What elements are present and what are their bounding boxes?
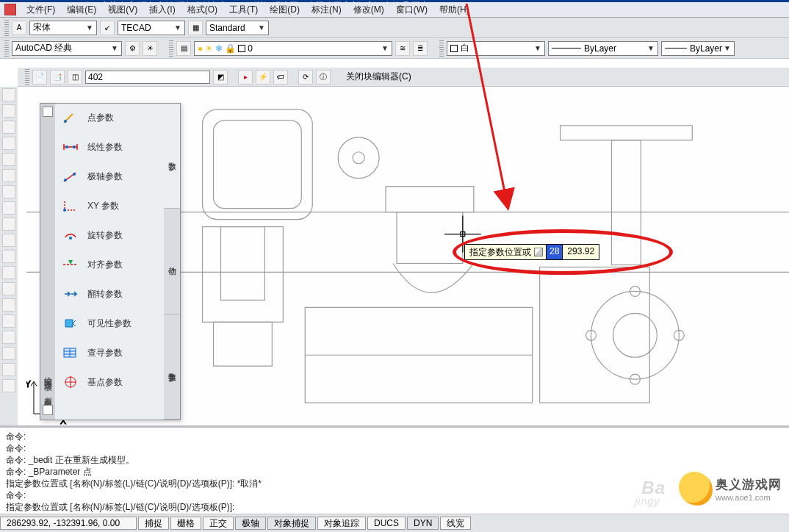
item-label: 查寻参数 (87, 347, 123, 359)
mtext-icon[interactable] (2, 379, 15, 392)
flip-param-icon (62, 287, 79, 301)
grid-toggle[interactable]: 栅格 (170, 517, 201, 530)
layer-combo[interactable]: ●☀❄🔒 0▼ (194, 41, 392, 56)
pline-icon[interactable] (2, 121, 15, 134)
flag-icon[interactable]: ▸ (238, 70, 253, 85)
tablestyle-combo[interactable]: Standard▼ (206, 21, 269, 35)
param-lookup[interactable]: 查寻参数 (58, 346, 161, 359)
tooltip-selected[interactable]: 28 (547, 244, 563, 260)
param-flip[interactable]: 翻转参数 (58, 287, 161, 301)
line-icon[interactable] (2, 88, 15, 101)
save-block-icon[interactable]: 📄 (32, 70, 47, 85)
palette-rail[interactable]: 块编写选项板 - 所有选项板 (40, 104, 55, 420)
close-block-editor[interactable]: 关闭块编辑器(C) (341, 68, 417, 86)
lightning-icon[interactable]: ⚡ (256, 70, 270, 85)
command-window[interactable]: 命令: 命令: 命令: _bedit 正在重新生成模型。 命令: _BParam… (0, 425, 789, 514)
xline-icon[interactable] (2, 104, 15, 118)
tab-params[interactable]: 参数 (164, 104, 180, 209)
menu-insert[interactable]: 插入(I) (143, 2, 181, 18)
param-polar[interactable]: 极轴参数 (58, 170, 161, 183)
insert-icon[interactable] (2, 266, 15, 279)
menu-help[interactable]: 帮助(H) (433, 2, 475, 18)
region-icon[interactable] (2, 347, 15, 360)
param-align[interactable]: 对齐参数 (58, 258, 161, 271)
lineweight-combo[interactable]: ByLayer▼ (661, 41, 735, 56)
linetype-combo[interactable]: ByLayer▼ (548, 41, 658, 56)
tooltip-rest[interactable]: 293.92 (563, 244, 599, 260)
dyn-toggle[interactable]: DYN (407, 517, 439, 530)
dim-style-icon[interactable]: ↙ (100, 21, 115, 35)
item-label: 旋转参数 (87, 229, 123, 242)
menu-file[interactable]: 文件(F) (21, 2, 61, 18)
param-xy[interactable]: XY 参数 (58, 199, 161, 212)
layer-mgr-icon[interactable]: ▤ (176, 41, 191, 56)
param-basepoint[interactable]: 基点参数 (58, 375, 161, 389)
dimstyle-label: TECAD (121, 23, 151, 33)
ws-settings-icon[interactable]: ⚙ (125, 41, 140, 56)
text-style-icon[interactable]: A (12, 21, 26, 35)
grip-icon[interactable] (439, 40, 444, 57)
update-icon[interactable]: ⟳ (298, 70, 313, 85)
makeblock-icon[interactable] (2, 282, 15, 295)
ellipse-icon[interactable] (2, 234, 15, 247)
layer-state-icon[interactable]: ≣ (413, 41, 428, 56)
coords-cell[interactable]: 286293.92, -132391.96, 0.00 (0, 517, 137, 530)
osnap-toggle[interactable]: 对象捕捉 (267, 517, 316, 530)
otrack-toggle[interactable]: 对象追踪 (317, 517, 366, 530)
menu-tools[interactable]: 工具(T) (223, 2, 264, 18)
circle-icon[interactable] (2, 185, 15, 198)
block-icon[interactable]: ◫ (68, 70, 82, 85)
tab-paramsets[interactable]: 参数集 (164, 314, 180, 420)
status-bar: 286293.92, -132391.96, 0.00 捕捉 栅格 正交 极轴 … (0, 514, 789, 532)
param-icon[interactable]: ◩ (213, 70, 228, 85)
color-combo[interactable]: 白▼ (447, 41, 545, 56)
grip-icon[interactable] (4, 20, 9, 36)
polygon-icon[interactable] (2, 137, 15, 150)
palette-props-icon[interactable] (43, 405, 53, 415)
param-point[interactable]: 点参数 (58, 111, 161, 124)
hatch-icon[interactable] (2, 314, 15, 328)
tab-actions[interactable]: 动作 (164, 209, 180, 314)
menu-modify[interactable]: 修改(M) (347, 2, 390, 18)
param-linear[interactable]: 线性参数 (58, 140, 161, 154)
saveas-block-icon[interactable]: 📑 (50, 70, 65, 85)
palette-close-icon[interactable] (43, 107, 53, 117)
grip-icon[interactable] (4, 40, 9, 57)
menu-window[interactable]: 窗口(W) (390, 2, 433, 18)
menu-view[interactable]: 视图(V) (102, 2, 143, 18)
revcloud-icon[interactable] (2, 201, 15, 215)
snap-toggle[interactable]: 捕捉 (138, 517, 169, 530)
menu-edit[interactable]: 编辑(E) (61, 2, 102, 18)
spline-icon[interactable] (2, 218, 15, 231)
tag-icon[interactable]: 🏷 (273, 70, 288, 85)
block-name-input[interactable] (85, 71, 210, 84)
gradient-icon[interactable] (2, 331, 15, 344)
ellipsearc-icon[interactable] (2, 250, 15, 263)
param-rotation[interactable]: 旋转参数 (58, 229, 161, 242)
rect-icon[interactable] (2, 153, 15, 166)
lineweight-label: ByLayer (690, 43, 722, 54)
font-combo[interactable]: 宋体▼ (29, 21, 97, 35)
menu-dim[interactable]: 标注(N) (306, 2, 347, 18)
layer-prev-icon[interactable]: ≋ (395, 41, 410, 56)
point-icon[interactable] (2, 298, 15, 312)
menu-draw[interactable]: 绘图(D) (264, 2, 306, 18)
lwt-toggle[interactable]: 线宽 (440, 517, 471, 530)
dimstyle-combo[interactable]: TECAD▼ (118, 21, 185, 35)
param-visibility[interactable]: 可见性参数 (58, 317, 161, 330)
table-icon[interactable] (2, 363, 15, 376)
menu-format[interactable]: 格式(O) (181, 2, 223, 18)
info-icon[interactable]: ⓘ (316, 70, 331, 85)
ws-save-icon[interactable]: ☀ (143, 41, 157, 56)
polar-toggle[interactable]: 极轴 (235, 517, 266, 530)
grip-icon[interactable] (25, 69, 29, 85)
svg-rect-6 (386, 187, 474, 212)
coords-text: 286293.92, -132391.96, 0.00 (7, 518, 120, 528)
ducs-toggle[interactable]: DUCS (367, 517, 406, 530)
ortho-toggle[interactable]: 正交 (203, 517, 234, 530)
arc-icon[interactable] (2, 169, 15, 182)
table-style-icon[interactable]: ▦ (188, 21, 203, 35)
workspace-combo[interactable]: AutoCAD 经典▼ (12, 41, 122, 56)
baidu-watermark-sub: jingy (635, 495, 660, 507)
grip-icon[interactable] (169, 40, 173, 57)
